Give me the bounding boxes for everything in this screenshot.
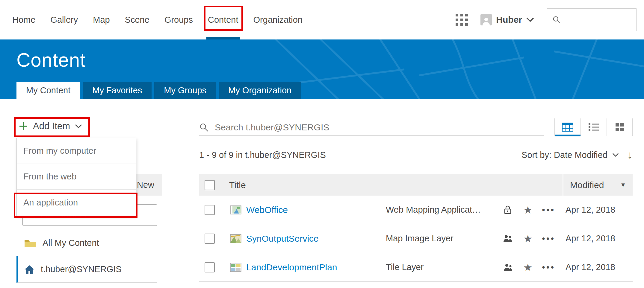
lock-icon [501,205,514,215]
chevron-down-icon [526,17,534,22]
modified-date: Apr 12, 2018 [566,234,615,243]
chevron-down-icon [75,124,82,129]
content-search-input[interactable] [215,122,514,132]
more-options-icon[interactable]: ••• [542,205,555,215]
menu-item-from-the-web[interactable]: From the web [17,164,136,190]
avatar [480,14,492,25]
synoutputservice-thumb-icon [230,234,242,243]
menu-item-an-application[interactable]: An application [17,190,136,216]
table-view-icon [562,123,573,132]
nav-item-content-label: Content [208,15,238,25]
weboffice-thumb-icon [230,205,242,214]
content-search-bar[interactable] [199,119,544,136]
content-table: WebOffice Web Mapping Applicat… ★ ••• Ap… [199,196,633,282]
row-checkbox[interactable] [205,262,215,272]
modified-label: Modified [570,180,604,190]
add-item-label: Add Item [33,121,70,132]
global-search-box[interactable] [547,8,637,31]
landdevelopmentplan-thumb-icon [230,263,242,272]
nav-item-gallery[interactable]: Gallery [43,0,85,39]
select-all-checkbox[interactable] [205,180,215,190]
home-icon [24,265,35,274]
nav-item-organization[interactable]: Organization [246,0,310,39]
item-type: Tile Layer [386,262,501,272]
folder-label: All My Content [43,238,99,248]
tab-my-content[interactable]: My Content [16,82,80,99]
folder-label: t.huber@SYNERGIS [41,264,122,274]
chevron-down-icon [612,153,619,157]
grid-view-icon [615,123,624,132]
sort-by-label: Sort by: Date Modified [521,150,607,160]
content-tabs: My Content My Favorites My Groups My Org… [16,82,301,99]
nav-item-map[interactable]: Map [85,0,117,39]
tab-my-groups[interactable]: My Groups [154,82,216,99]
new-folder-button[interactable]: New [137,180,154,190]
search-icon [199,123,209,132]
sort-descending-icon: ▼ [620,182,626,188]
item-link-landdevelopmentplan[interactable]: LandDevelopmentPlan [246,262,386,272]
folder-thuber-synergis[interactable]: t.huber@SYNERGIS [16,256,157,283]
plus-icon [19,121,28,131]
row-checkbox[interactable] [205,205,215,215]
favorite-star-icon[interactable]: ★ [523,261,532,273]
user-menu[interactable]: Huber [480,14,534,25]
nav-item-home[interactable]: Home [12,0,43,39]
item-type: Web Mapping Applicat… [386,205,501,215]
more-options-icon[interactable]: ••• [542,263,555,272]
folder-icon [24,238,37,248]
folder-list: All My Content t.huber@SYNERGIS [16,230,157,283]
list-view-button[interactable] [580,118,607,136]
nav-item-content[interactable]: Content [200,0,246,39]
organization-share-icon [501,263,514,272]
organization-share-icon [501,234,514,243]
results-count: 1 - 9 of 9 in t.huber@SYNERGIS [199,150,326,160]
grid-view-button[interactable] [607,118,633,136]
sort-direction-button[interactable]: ↓ [627,149,633,161]
item-link-weboffice[interactable]: WebOffice [246,205,386,215]
nav-right-group: Huber [456,0,637,39]
more-options-icon[interactable]: ••• [542,234,555,243]
app-launcher-icon[interactable] [456,14,468,26]
table-header: Title Modified ▼ [199,174,633,196]
tab-my-favorites[interactable]: My Favorites [83,82,152,99]
sort-by-dropdown[interactable]: Sort by: Date Modified [521,150,619,160]
favorite-star-icon[interactable]: ★ [523,204,532,216]
modified-date: Apr 12, 2018 [566,205,615,215]
top-navigation: Home Gallery Map Scene Groups Content Or… [0,0,644,39]
modified-date: Apr 12, 2018 [566,262,615,272]
add-item-dropdown: From my computer From the web An applica… [16,138,136,216]
content-banner: Content My Content My Favorites My Group… [0,39,644,99]
tab-my-organization[interactable]: My Organization [219,82,301,99]
add-item-button[interactable]: Add Item [19,121,82,132]
table-view-button[interactable] [554,118,580,136]
row-checkbox[interactable] [205,234,215,244]
table-row: SynOutputService Map Image Layer ★ ••• A… [199,224,633,253]
item-link-synoutputservice[interactable]: SynOutputService [246,234,386,244]
search-icon [552,15,561,24]
table-row: WebOffice Web Mapping Applicat… ★ ••• Ap… [199,196,633,224]
active-nav-underline [206,37,240,39]
nav-items: Home Gallery Map Scene Groups Content Or… [12,0,310,39]
nav-item-scene[interactable]: Scene [117,0,157,39]
global-search-input[interactable] [565,15,631,25]
view-toggle-group [554,118,633,136]
item-type: Map Image Layer [386,234,501,243]
results-row: 1 - 9 of 9 in t.huber@SYNERGIS Sort by: … [199,148,633,161]
list-view-icon [588,123,599,131]
nav-item-groups[interactable]: Groups [157,0,200,39]
page-title: Content [16,49,86,71]
table-row: LandDevelopmentPlan Tile Layer ★ ••• Apr… [199,253,633,282]
user-name: Huber [496,15,522,25]
column-header-modified[interactable]: Modified ▼ [563,174,633,196]
column-header-title[interactable]: Title [229,180,563,190]
menu-item-from-my-computer[interactable]: From my computer [17,138,136,164]
favorite-star-icon[interactable]: ★ [523,233,532,245]
folder-all-my-content[interactable]: All My Content [16,230,157,256]
